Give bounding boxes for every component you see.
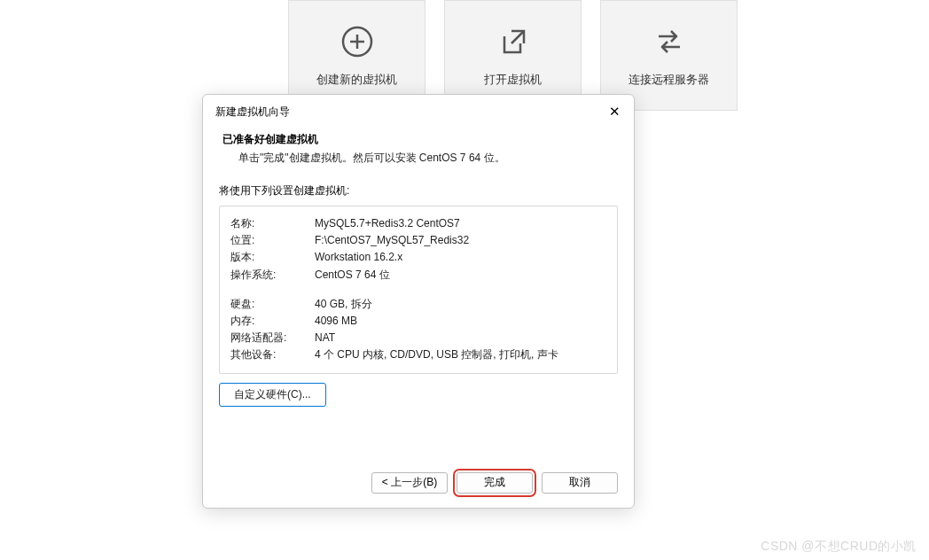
new-vm-wizard-dialog: 新建虚拟机向导 ✕ 已准备好创建虚拟机 单击"完成"创建虚拟机。然后可以安装 C…: [202, 94, 635, 509]
row-disk: 硬盘:40 GB, 拆分: [230, 296, 606, 313]
row-version: 版本:Workstation 16.2.x: [230, 249, 606, 266]
customize-hardware-button[interactable]: 自定义硬件(C)...: [219, 383, 326, 407]
dialog-title-text: 新建虚拟机向导: [215, 105, 290, 120]
back-button[interactable]: < 上一步(B): [371, 472, 448, 494]
dialog-titlebar: 新建虚拟机向导 ✕: [203, 95, 634, 128]
tile-connect-label: 连接远程服务器: [628, 72, 709, 88]
plus-circle-icon: [340, 24, 375, 59]
row-os: 操作系统:CentOS 7 64 位: [230, 267, 606, 284]
dialog-heading: 已准备好创建虚拟机: [222, 132, 614, 147]
dialog-subheading: 单击"完成"创建虚拟机。然后可以安装 CentOS 7 64 位。: [222, 151, 614, 166]
row-network: 网络适配器:NAT: [230, 330, 606, 346]
row-other: 其他设备:4 个 CPU 内核, CD/DVD, USB 控制器, 打印机, 声…: [230, 346, 606, 363]
settings-intro: 将使用下列设置创建虚拟机:: [219, 183, 618, 198]
row-name: 名称:MySQL5.7+Redis3.2 CentOS7: [230, 215, 606, 232]
watermark-text: CSDN @不想CRUD的小凯: [761, 539, 917, 555]
finish-button[interactable]: 完成: [457, 472, 533, 494]
open-external-icon: [496, 24, 531, 59]
row-memory: 内存:4096 MB: [230, 313, 606, 330]
row-location: 位置:F:\CentOS7_MySQL57_Redis32: [230, 232, 606, 249]
tile-create-label: 创建新的虚拟机: [316, 72, 397, 88]
dialog-footer: < 上一步(B) 完成 取消: [203, 462, 634, 508]
settings-summary-box: 名称:MySQL5.7+Redis3.2 CentOS7 位置:F:\CentO…: [219, 206, 618, 374]
close-icon[interactable]: ✕: [604, 101, 625, 122]
dialog-body: 将使用下列设置创建虚拟机: 名称:MySQL5.7+Redis3.2 CentO…: [203, 183, 634, 419]
swap-arrows-icon: [652, 24, 687, 59]
dialog-header: 已准备好创建虚拟机 单击"完成"创建虚拟机。然后可以安装 CentOS 7 64…: [203, 128, 634, 178]
svg-line-3: [511, 31, 524, 43]
cancel-button[interactable]: 取消: [542, 472, 618, 494]
tile-open-label: 打开虚拟机: [484, 72, 542, 88]
